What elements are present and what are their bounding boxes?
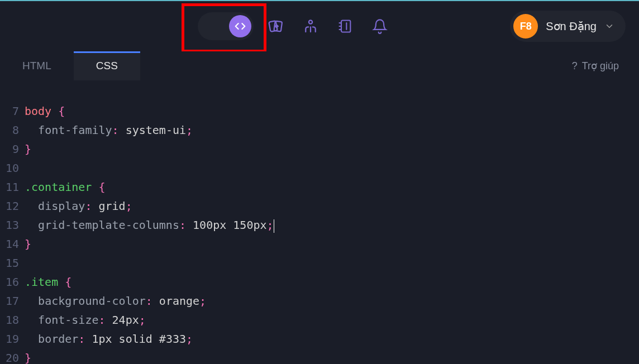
- line-content: display: grid;: [25, 197, 132, 215]
- code-line: 16.item {: [0, 272, 639, 291]
- notebook-icon-button[interactable]: [333, 14, 357, 39]
- line-number: 13: [0, 215, 25, 234]
- line-content: font-size: 24px;: [25, 310, 146, 329]
- line-content: border: 1px solid #333;: [25, 329, 193, 348]
- help-link[interactable]: ? Trợ giúp: [552, 51, 639, 80]
- code-line: 17 background-color: orange;: [0, 291, 639, 310]
- code-line: 8 font-family: system-ui;: [0, 121, 639, 140]
- help-prefix: ?: [572, 60, 578, 72]
- code-editor[interactable]: 7body {8 font-family: system-ui;9}1011.c…: [0, 80, 639, 364]
- code-line: 20}: [0, 348, 639, 364]
- learn-icon-button[interactable]: [298, 14, 323, 39]
- tab-css[interactable]: CSS: [74, 51, 140, 80]
- line-number: 19: [0, 329, 25, 348]
- code-toggle-knob: [229, 15, 251, 37]
- code-line: 11.container {: [0, 178, 639, 197]
- line-content: background-color: orange;: [25, 291, 206, 310]
- line-content: .item {: [25, 272, 71, 291]
- line-number: 20: [0, 348, 25, 364]
- code-line: 13 grid-template-columns: 100px 150px;: [0, 215, 639, 234]
- line-content: }: [25, 348, 31, 364]
- code-line: 19 border: 1px solid #333;: [0, 329, 639, 348]
- code-line: 7body {: [0, 102, 639, 121]
- user-menu[interactable]: F8 Sơn Đặng: [510, 11, 626, 42]
- line-content: }: [25, 234, 31, 253]
- code-line: 18 font-size: 24px;: [0, 310, 639, 329]
- line-number: 18: [0, 310, 25, 329]
- code-line: [0, 83, 639, 102]
- line-number: 17: [0, 291, 25, 310]
- help-label: Trợ giúp: [582, 60, 619, 72]
- line-content: body {: [25, 102, 65, 121]
- tab-html[interactable]: HTML: [0, 51, 74, 80]
- username: Sơn Đặng: [546, 20, 597, 33]
- code-line: 10: [0, 159, 639, 178]
- learn-icon: [302, 18, 319, 35]
- code-line: 14}: [0, 234, 639, 253]
- notebook-icon: [337, 18, 353, 34]
- code-toggle[interactable]: [198, 12, 254, 40]
- line-number: 7: [0, 102, 25, 121]
- editor-tabbar: HTML CSS ? Trợ giúp: [0, 51, 639, 80]
- line-number: 12: [0, 197, 25, 215]
- line-number: 11: [0, 178, 25, 197]
- topbar-icons: [198, 12, 392, 40]
- svg-point-2: [309, 20, 312, 23]
- line-number: 15: [0, 253, 25, 272]
- line-number: 10: [0, 159, 25, 178]
- chevron-down-icon: [604, 21, 614, 31]
- line-number: 8: [0, 121, 25, 140]
- svg-rect-3: [341, 21, 350, 32]
- text-cursor: [274, 219, 274, 233]
- bell-icon: [372, 18, 388, 34]
- line-content: }: [25, 140, 31, 159]
- line-content: font-family: system-ui;: [25, 121, 193, 140]
- line-content: grid-template-columns: 100px 150px;: [25, 215, 274, 234]
- line-number: 9: [0, 140, 25, 159]
- bell-icon-button[interactable]: [368, 14, 392, 39]
- cards-icon-button[interactable]: [264, 14, 288, 39]
- line-content: .container {: [25, 178, 106, 197]
- code-line: 15: [0, 253, 639, 272]
- avatar: F8: [513, 14, 538, 39]
- topbar: F8 Sơn Đặng: [0, 1, 639, 51]
- cards-icon: [268, 18, 284, 35]
- code-icon: [235, 21, 246, 32]
- code-line: 9}: [0, 140, 639, 159]
- code-line: 12 display: grid;: [0, 197, 639, 215]
- line-number: 14: [0, 234, 25, 253]
- line-number: 16: [0, 272, 25, 291]
